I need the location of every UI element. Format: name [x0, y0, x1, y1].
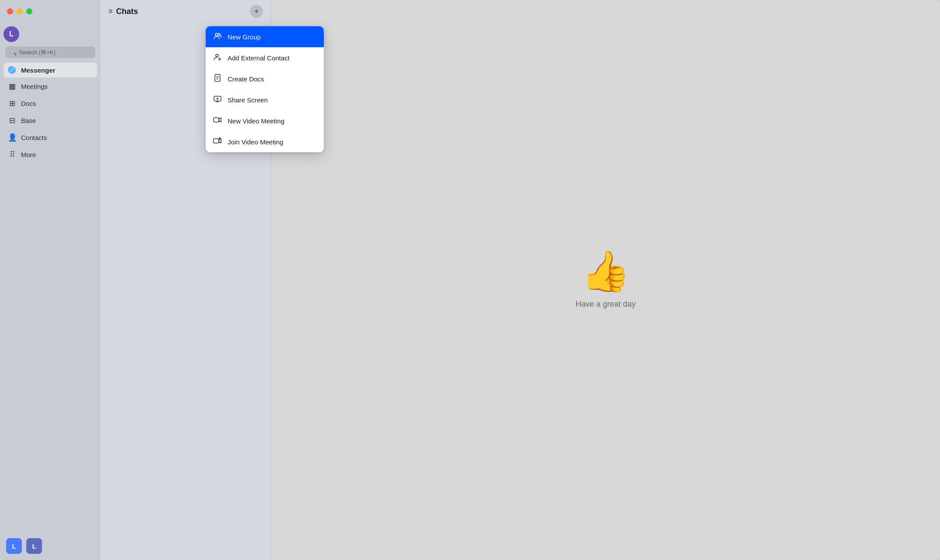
sidebar-item-base[interactable]: ⊟ Base: [4, 112, 97, 129]
traffic-lights: [7, 8, 32, 14]
sidebar-bottom: L L: [0, 532, 101, 560]
bottom-avatar-1[interactable]: L: [6, 538, 22, 554]
chats-title-row: ≡ Chats: [109, 7, 138, 16]
add-external-contact-label: Add External Contact: [228, 54, 290, 62]
new-video-meeting-label: New Video Meeting: [228, 117, 284, 125]
join-video-meeting-label: Join Video Meeting: [228, 138, 283, 146]
new-group-icon: [213, 32, 222, 42]
svg-point-0: [215, 33, 218, 36]
new-video-meeting-icon: [213, 116, 222, 126]
sidebar-item-docs[interactable]: ⊞ Docs: [4, 95, 97, 112]
dropdown-menu: New Group Add External Contact: [206, 26, 324, 152]
chats-panel: ≡ Chats + Oct 20 New Group: [101, 0, 271, 560]
dropdown-item-new-video-meeting[interactable]: New Video Meeting: [206, 110, 324, 131]
sidebar-item-messenger[interactable]: Messenger: [4, 63, 97, 77]
thumbs-up-emoji: 👍: [581, 252, 630, 291]
sidebar-item-more[interactable]: ⠿ More: [4, 147, 97, 163]
chats-header: ≡ Chats +: [101, 0, 271, 23]
svg-rect-5: [214, 118, 219, 122]
close-button[interactable]: [7, 8, 13, 14]
create-docs-label: Create Docs: [228, 75, 264, 83]
app-window: L 🔍 Search (⌘+K) Messenger ▦ Meetings ⊞ …: [0, 0, 940, 560]
sidebar-nav: Messenger ▦ Meetings ⊞ Docs ⊟ Base 👤 Con…: [0, 63, 101, 532]
svg-point-2: [216, 54, 218, 57]
search-placeholder: Search (⌘+K): [19, 49, 56, 56]
base-icon: ⊟: [8, 116, 17, 125]
maximize-button[interactable]: [26, 8, 32, 14]
new-group-label: New Group: [228, 33, 261, 41]
bottom-avatar-2[interactable]: L: [26, 538, 42, 554]
search-bar[interactable]: 🔍 Search (⌘+K): [5, 46, 95, 58]
svg-point-1: [218, 34, 221, 36]
share-screen-label: Share Screen: [228, 96, 268, 104]
minimize-button[interactable]: [17, 8, 23, 14]
main-content: 👍 Have a great day: [271, 0, 940, 560]
messenger-icon: [8, 66, 17, 74]
dropdown-item-add-external-contact[interactable]: Add External Contact: [206, 47, 324, 68]
dropdown-item-create-docs[interactable]: Create Docs: [206, 68, 324, 89]
svg-rect-6: [214, 139, 219, 143]
titlebar: [0, 0, 101, 23]
share-screen-icon: [213, 94, 222, 105]
dropdown-item-new-group[interactable]: New Group: [206, 26, 324, 47]
sidebar-item-meetings-label: Meetings: [21, 83, 48, 90]
avatar[interactable]: L: [4, 26, 19, 42]
sidebar-item-docs-label: Docs: [21, 100, 36, 107]
dropdown-item-join-video-meeting[interactable]: Join Video Meeting: [206, 131, 324, 152]
dropdown-item-share-screen[interactable]: Share Screen: [206, 89, 324, 110]
add-external-contact-icon: [213, 52, 222, 63]
sidebar-item-meetings[interactable]: ▦ Meetings: [4, 78, 97, 94]
chats-lines-icon: ≡: [109, 7, 112, 15]
sidebar-item-base-label: Base: [21, 117, 36, 124]
contacts-icon: 👤: [8, 133, 17, 142]
sidebar-item-contacts-label: Contacts: [21, 134, 47, 141]
more-icon: ⠿: [8, 150, 17, 159]
create-docs-icon: [213, 74, 222, 84]
docs-icon: ⊞: [8, 99, 17, 108]
main-message: Have a great day: [575, 300, 635, 309]
sidebar-item-contacts[interactable]: 👤 Contacts: [4, 130, 97, 146]
chats-title: Chats: [116, 7, 138, 16]
new-chat-button[interactable]: +: [250, 5, 263, 18]
sidebar-item-more-label: More: [21, 151, 36, 158]
join-video-meeting-icon: [213, 136, 222, 147]
sidebar: L 🔍 Search (⌘+K) Messenger ▦ Meetings ⊞ …: [0, 0, 101, 560]
sidebar-item-messenger-label: Messenger: [21, 66, 55, 74]
meetings-icon: ▦: [8, 82, 17, 91]
search-icon: 🔍: [10, 49, 17, 56]
